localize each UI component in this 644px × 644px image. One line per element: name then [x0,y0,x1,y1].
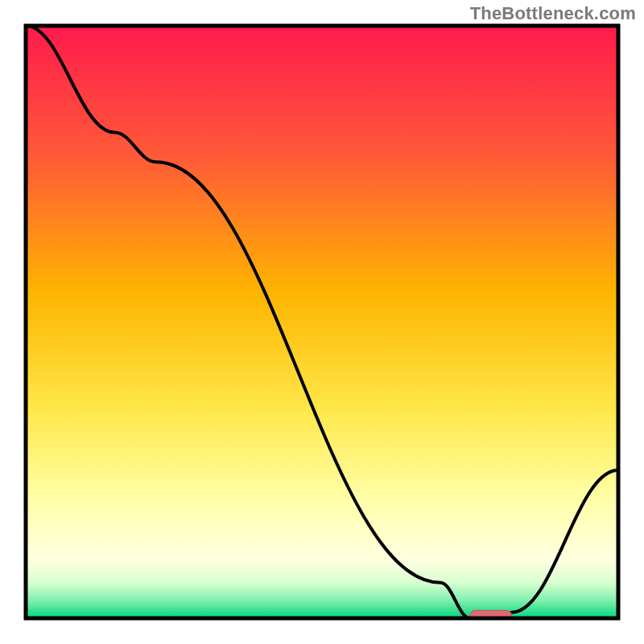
watermark-text: TheBottleneck.com [470,3,636,24]
chart-stage: TheBottleneck.com [0,0,644,644]
chart-svg [0,0,644,644]
plot-background [26,26,618,618]
